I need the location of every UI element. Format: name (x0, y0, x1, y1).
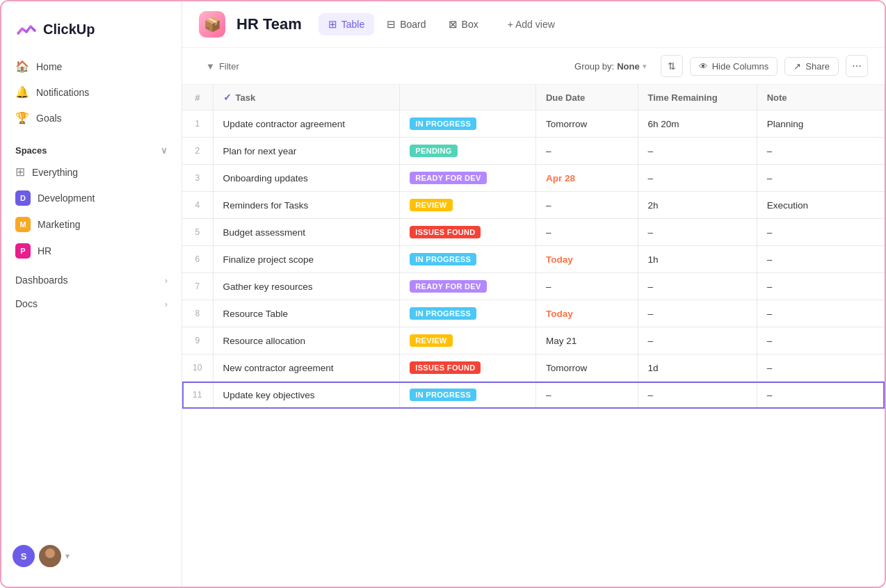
sidebar-item-docs[interactable]: Docs › (7, 293, 176, 315)
row-time: 1h (638, 246, 757, 273)
sidebar-item-goals[interactable]: 🏆 Goals (7, 106, 176, 130)
row-task[interactable]: Update contractor agreement (213, 111, 400, 138)
row-task[interactable]: Update key objectives (213, 382, 400, 409)
hide-columns-icon: 👁 (699, 61, 708, 72)
user-photo-icon (39, 545, 61, 567)
groupby-button[interactable]: Group by: None ▾ (567, 58, 654, 75)
sidebar-item-marketing[interactable]: M Marketing (7, 212, 176, 237)
row-status[interactable]: REVIEW (400, 327, 536, 354)
row-status[interactable]: ISSUES FOUND (400, 354, 536, 382)
sidebar-marketing-label: Marketing (38, 219, 80, 230)
status-badge: IN PROGRESS (410, 117, 476, 130)
development-avatar: D (15, 190, 31, 206)
hide-columns-label: Hide Columns (712, 61, 769, 72)
table-row[interactable]: 6 Finalize project scope IN PROGRESS Tod… (182, 246, 885, 273)
row-task[interactable]: New contractor agreement (213, 354, 400, 382)
sort-button[interactable]: ⇅ (661, 55, 683, 77)
table-container: # ✓ Task Due Date Time Remaining Note 1 … (182, 85, 885, 587)
more-options-button[interactable]: ··· (846, 55, 868, 77)
row-time: – (638, 138, 757, 165)
table-row[interactable]: 1 Update contractor agreement IN PROGRES… (182, 111, 885, 138)
row-time: – (638, 219, 757, 246)
table-row[interactable]: 2 Plan for next year PENDING – – – (182, 138, 885, 165)
sidebar-item-notifications[interactable]: 🔔 Notifications (7, 80, 176, 104)
row-task[interactable]: Reminders for Tasks (213, 192, 400, 219)
notifications-icon: 🔔 (15, 85, 29, 99)
row-status[interactable]: ISSUES FOUND (400, 219, 536, 246)
row-task[interactable]: Budget assessment (213, 219, 400, 246)
table-row[interactable]: 8 Resource Table IN PROGRESS Today – – (182, 300, 885, 327)
row-status[interactable]: IN PROGRESS (400, 300, 536, 327)
table-row[interactable]: 10 New contractor agreement ISSUES FOUND… (182, 354, 885, 382)
row-status[interactable]: READY FOR DEV (400, 165, 536, 192)
filter-button[interactable]: ▼ Filter (199, 58, 246, 75)
sidebar-nav: 🏠 Home 🔔 Notifications 🏆 Goals (1, 54, 182, 130)
table-row[interactable]: 4 Reminders for Tasks REVIEW – 2h Execut… (182, 192, 885, 219)
status-badge: PENDING (410, 145, 457, 157)
row-status[interactable]: READY FOR DEV (400, 273, 536, 300)
sidebar-item-dashboards[interactable]: Dashboards › (7, 269, 176, 291)
spaces-section-header: Spaces ∨ (1, 134, 182, 160)
workspace-icon: 📦 (199, 11, 225, 38)
row-num: 10 (182, 354, 213, 382)
sidebar-item-development[interactable]: D Development (7, 186, 176, 211)
row-status[interactable]: IN PROGRESS (400, 111, 536, 138)
row-time: – (638, 165, 757, 192)
row-task[interactable]: Resource Table (213, 300, 400, 327)
row-note: – (757, 327, 884, 354)
table-row[interactable]: 5 Budget assessment ISSUES FOUND – – – (182, 219, 885, 246)
tab-box[interactable]: ⊠ Box (439, 13, 488, 35)
sidebar-everything-label: Everything (32, 167, 78, 178)
main-content: 📦 HR Team ⊞ Table ⊟ Board ⊠ Box + Add vi… (182, 1, 885, 587)
tasks-table: # ✓ Task Due Date Time Remaining Note 1 … (182, 85, 885, 409)
row-time: 1d (638, 354, 757, 382)
table-row[interactable]: 11 Update key objectives IN PROGRESS – –… (182, 382, 885, 409)
row-num: 2 (182, 138, 213, 165)
row-duedate: Apr 28 (535, 165, 638, 192)
share-button[interactable]: ↗ Share (784, 57, 839, 76)
table-row[interactable]: 9 Resource allocation REVIEW May 21 – – (182, 327, 885, 354)
row-task[interactable]: Gather key resources (213, 273, 400, 300)
share-label: Share (805, 61, 830, 72)
svg-point-1 (42, 559, 58, 567)
spaces-list: ⊞ Everything D Development M Marketing P… (1, 160, 182, 263)
marketing-avatar: M (15, 217, 31, 232)
row-task[interactable]: Plan for next year (213, 138, 400, 165)
row-note: – (757, 273, 884, 300)
row-task[interactable]: Finalize project scope (213, 246, 400, 273)
row-status[interactable]: REVIEW (400, 192, 536, 219)
sidebar-item-home[interactable]: 🏠 Home (7, 54, 176, 79)
row-duedate: Today (535, 246, 638, 273)
status-badge: READY FOR DEV (410, 280, 486, 293)
row-task[interactable]: Onboarding updates (213, 165, 400, 192)
col-header-note: Note (757, 85, 884, 111)
col-header-status (400, 85, 536, 111)
row-num: 6 (182, 246, 213, 273)
add-view-button[interactable]: + Add view (499, 14, 563, 35)
status-badge: ISSUES FOUND (410, 226, 481, 238)
table-row[interactable]: 3 Onboarding updates READY FOR DEV Apr 2… (182, 165, 885, 192)
col-header-num: # (182, 85, 213, 111)
row-status[interactable]: PENDING (400, 138, 536, 165)
share-icon: ↗ (794, 61, 801, 72)
row-status[interactable]: IN PROGRESS (400, 382, 536, 409)
spaces-chevron-icon: ∨ (161, 145, 168, 156)
row-num: 9 (182, 327, 213, 354)
row-task[interactable]: Resource allocation (213, 327, 400, 354)
row-num: 7 (182, 273, 213, 300)
user-avatar-initial: S (13, 545, 35, 567)
sidebar: ClickUp 🏠 Home 🔔 Notifications 🏆 Goals S… (1, 1, 182, 587)
table-row[interactable]: 7 Gather key resources READY FOR DEV – –… (182, 273, 885, 300)
filter-icon: ▼ (206, 61, 215, 72)
sidebar-item-hr[interactable]: P HR (7, 238, 176, 263)
row-status[interactable]: IN PROGRESS (400, 246, 536, 273)
col-header-duedate: Due Date (535, 85, 638, 111)
sidebar-home-label: Home (36, 61, 62, 72)
tab-board[interactable]: ⊟ Board (377, 13, 435, 35)
sidebar-item-everything[interactable]: ⊞ Everything (7, 160, 176, 184)
hide-columns-button[interactable]: 👁 Hide Columns (690, 57, 778, 76)
sidebar-docs-label: Docs (15, 298, 38, 309)
sidebar-goals-label: Goals (36, 113, 62, 124)
footer-dropdown-icon[interactable]: ▾ (65, 551, 70, 561)
tab-table[interactable]: ⊞ Table (319, 13, 374, 35)
